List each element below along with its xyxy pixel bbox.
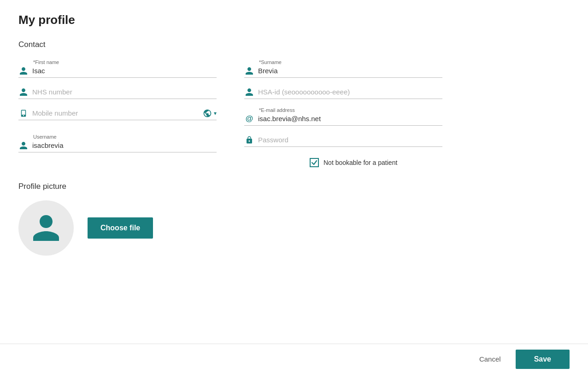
profile-picture-section: Profile picture Choose file <box>18 182 570 256</box>
nhs-number-row <box>18 86 217 99</box>
email-field: *E-mail address @ <box>244 107 442 126</box>
hsa-id-field <box>244 86 442 99</box>
surname-label: *Surname <box>244 59 442 65</box>
person-icon-first-name <box>18 66 29 76</box>
choose-file-button[interactable]: Choose file <box>88 217 153 239</box>
surname-input[interactable] <box>258 66 442 76</box>
person-icon-nhs <box>18 88 29 97</box>
not-bookable-checkbox[interactable] <box>310 158 319 167</box>
username-input[interactable] <box>32 140 217 150</box>
mobile-number-row: ▾ <box>18 107 217 120</box>
surname-row <box>244 66 442 78</box>
nhs-number-input[interactable] <box>32 87 217 97</box>
nhs-number-field <box>18 86 217 99</box>
username-field: Username <box>18 134 217 152</box>
hsa-id-row <box>244 86 442 99</box>
footer-bar: Cancel Save <box>0 344 588 374</box>
surname-field: *Surname <box>244 59 442 78</box>
chevron-down-icon: ▾ <box>214 110 217 117</box>
page-title: My profile <box>18 13 570 27</box>
username-label: Username <box>18 134 217 140</box>
password-field <box>244 134 442 152</box>
phone-country-selector[interactable]: ▾ <box>203 109 217 118</box>
not-bookable-label: Not bookable for a patient <box>323 159 397 166</box>
password-input[interactable] <box>258 135 442 145</box>
password-row <box>244 134 442 147</box>
mobile-number-input[interactable] <box>32 108 199 118</box>
username-row <box>18 140 217 152</box>
at-icon: @ <box>244 114 254 123</box>
save-button[interactable]: Save <box>516 350 570 369</box>
lock-icon <box>244 135 254 145</box>
contact-section-title: Contact <box>18 40 570 49</box>
first-name-row <box>18 66 217 78</box>
hsa-id-input[interactable] <box>258 87 442 97</box>
avatar <box>18 200 74 256</box>
first-name-input[interactable] <box>32 66 217 76</box>
email-input[interactable] <box>258 114 442 123</box>
person-icon-username <box>18 141 29 150</box>
profile-picture-title: Profile picture <box>18 182 570 191</box>
contact-form-grid: *First name *Surname <box>18 59 442 152</box>
email-label: *E-mail address <box>244 107 442 113</box>
cancel-button[interactable]: Cancel <box>474 351 506 367</box>
main-content: My profile Contact *First name *Surname <box>0 0 588 344</box>
first-name-field: *First name <box>18 59 217 78</box>
first-name-label: *First name <box>18 59 217 65</box>
mobile-number-field: ▾ <box>18 107 217 126</box>
mobile-icon <box>18 109 29 118</box>
not-bookable-row[interactable]: Not bookable for a patient <box>308 158 442 167</box>
profile-picture-row: Choose file <box>18 200 570 256</box>
person-icon-surname <box>244 66 254 76</box>
person-icon-hsa <box>244 88 254 97</box>
email-row: @ <box>244 114 442 126</box>
